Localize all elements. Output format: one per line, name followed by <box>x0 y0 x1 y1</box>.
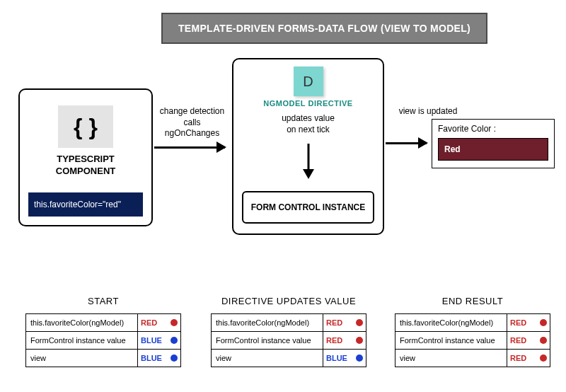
color-dot-icon <box>356 337 363 344</box>
arrow1-label: change detection calls ngOnChanges <box>155 106 229 139</box>
color-dot-icon <box>171 354 178 362</box>
code-snippet: this.favoriteColor="red" <box>28 192 143 217</box>
arrow-ngmodel-to-view <box>386 142 427 144</box>
table-row: viewBLUE <box>26 349 180 367</box>
table-row: this.favoriteColor(ngModel)RED <box>212 314 366 331</box>
row-label: this.favoriteColor(ngModel) <box>395 314 507 331</box>
state-panel-1: DIRECTIVE UPDATES VALUEthis.favoriteColo… <box>211 296 366 367</box>
state-panel-0: STARTthis.favoriteColor(ngModel)REDFormC… <box>25 296 181 367</box>
state-title: START <box>25 296 181 306</box>
state-title: DIRECTIVE UPDATES VALUE <box>211 296 366 306</box>
typescript-label-2: COMPONENT <box>20 166 151 176</box>
state-title: END RESULT <box>395 296 550 306</box>
table-row: FormControl instance valueRED <box>395 331 550 349</box>
row-label: FormControl instance value <box>395 332 507 349</box>
row-label: FormControl instance value <box>26 332 138 349</box>
color-dot-icon <box>540 354 547 362</box>
ngmodel-directive-box: D NGMODEL DIRECTIVE updates value on nex… <box>232 58 384 235</box>
arrow1-line1: change detection <box>160 106 224 116</box>
color-text: RED <box>326 318 342 327</box>
row-label: this.favoriteColor(ngModel) <box>212 314 323 331</box>
color-text: RED <box>510 336 526 345</box>
table-row: FormControl instance valueBLUE <box>26 331 180 349</box>
output-label: Favorite Color : <box>438 124 548 134</box>
output-value: Red <box>438 138 548 161</box>
color-text: RED <box>510 318 526 327</box>
row-value: RED <box>323 314 366 331</box>
ngmodel-subtitle: updates value on next tick <box>233 113 383 135</box>
state-table: this.favoriteColor(ngModel)REDFormContro… <box>395 313 550 367</box>
table-row: FormControl instance valueRED <box>212 331 366 349</box>
color-text: BLUE <box>141 336 162 345</box>
row-label: FormControl instance value <box>212 332 323 349</box>
table-row: viewBLUE <box>212 349 366 367</box>
color-dot-icon <box>540 337 547 344</box>
state-panel-2: END RESULTthis.favoriteColor(ngModel)RED… <box>395 296 550 367</box>
color-dot-icon <box>540 319 547 326</box>
arrow1-line2: calls <box>183 117 200 127</box>
state-table: this.favoriteColor(ngModel)REDFormContro… <box>25 313 181 367</box>
row-value: RED <box>507 350 550 367</box>
row-label: view <box>26 350 138 367</box>
table-row: this.favoriteColor(ngModel)RED <box>395 314 550 331</box>
table-row: viewRED <box>395 349 550 367</box>
braces-icon: { } <box>58 105 113 148</box>
arrow1-line3: ngOnChanges <box>165 128 219 138</box>
row-label: view <box>212 350 323 367</box>
color-dot-icon <box>356 354 363 362</box>
row-value: RED <box>138 314 180 331</box>
table-row: this.favoriteColor(ngModel)RED <box>26 314 180 331</box>
arrow-ts-to-ngmodel <box>154 146 225 149</box>
state-table: this.favoriteColor(ngModel)REDFormContro… <box>211 313 366 367</box>
color-text: RED <box>141 318 157 327</box>
form-control-instance-box: FORM CONTROL INSTANCE <box>242 191 374 224</box>
ngmodel-title: NGMODEL DIRECTIVE <box>233 99 383 108</box>
typescript-component-box: { } TYPESCRIPT COMPONENT this.favoriteCo… <box>18 88 153 226</box>
color-dot-icon <box>356 319 363 326</box>
view-output-box: Favorite Color : Red <box>432 119 555 168</box>
row-value: RED <box>507 332 550 349</box>
color-text: BLUE <box>326 354 347 362</box>
ngmodel-sub1: updates value <box>282 113 335 123</box>
color-dot-icon <box>171 319 178 326</box>
color-text: RED <box>510 354 526 362</box>
color-text: BLUE <box>141 354 162 362</box>
arrow2-label: view is updated <box>393 106 463 117</box>
row-value: RED <box>323 332 366 349</box>
row-label: view <box>395 350 507 367</box>
row-value: BLUE <box>138 350 180 367</box>
row-value: BLUE <box>323 350 366 367</box>
diagram-title: TEMPLATE-DRIVEN FORMS-DATA FLOW (VIEW TO… <box>161 13 487 44</box>
typescript-label-1: TYPESCRIPT <box>20 154 151 164</box>
color-text: RED <box>326 336 342 345</box>
row-value: BLUE <box>138 332 180 349</box>
row-label: this.favoriteColor(ngModel) <box>26 314 138 331</box>
directive-badge-icon: D <box>294 67 323 96</box>
ngmodel-sub2: on next tick <box>287 125 330 134</box>
row-value: RED <box>507 314 550 331</box>
color-dot-icon <box>171 337 178 344</box>
